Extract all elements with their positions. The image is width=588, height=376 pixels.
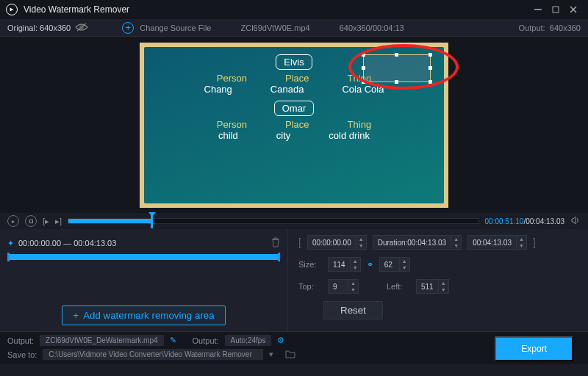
export-button[interactable]: Export <box>495 336 573 361</box>
video-preview[interactable]: Elvis Person Place Thing Chang Canada Co… <box>140 43 448 208</box>
original-info: Original: 640x360 <box>7 23 93 33</box>
original-dimensions: 640x360 <box>40 24 71 32</box>
mark-out-button[interactable]: ▸] <box>55 217 62 226</box>
playback-bar: ▸ [▸ ▸] 00:00:51.10/00:04:13.03 <box>0 213 588 229</box>
output-format-value[interactable]: Auto;24fps <box>225 335 272 346</box>
board-r2c3: cold drink <box>329 130 370 141</box>
board-r2c2: city <box>276 130 291 141</box>
width-stepper[interactable]: 114▲▼ <box>328 257 361 272</box>
edit-icon[interactable]: ✎ <box>170 336 176 345</box>
board-r1c1: Chang <box>204 84 232 95</box>
wand-icon[interactable]: ✦ <box>7 239 14 248</box>
titlebar: Video Watermark Remover <box>0 0 588 19</box>
playhead[interactable] <box>151 215 153 228</box>
output-file-label: Output: <box>7 336 34 345</box>
add-watermark-area-button[interactable]: + Add watermark removing area <box>62 306 225 325</box>
size-label: Size: <box>298 260 322 269</box>
settings-icon[interactable]: ⚙ <box>277 336 284 345</box>
board-r2c1: child <box>218 130 238 141</box>
output-format-label: Output: <box>193 336 219 345</box>
top-stepper[interactable]: 9▲▼ <box>328 279 359 294</box>
mark-in-button[interactable]: [▸ <box>43 217 49 226</box>
browse-folder-icon[interactable] <box>285 350 295 360</box>
eye-off-icon[interactable] <box>75 23 88 33</box>
close-button[interactable] <box>564 4 582 15</box>
preview-area: Elvis Person Place Thing Chang Canada Co… <box>0 37 588 213</box>
watermark-selection-box[interactable] <box>363 54 431 82</box>
video-frame: Elvis Person Place Thing Chang Canada Co… <box>144 47 444 203</box>
duration-stepper[interactable]: Duration:00:04:13.03▲▼ <box>373 235 462 250</box>
change-source-button[interactable]: + Change Source File <box>122 22 211 34</box>
saveto-path[interactable]: C:\Users\Vidmore Video Converter\Video W… <box>43 349 263 360</box>
bracket-right-icon[interactable]: ] <box>533 236 536 248</box>
plus-icon: + <box>122 22 134 34</box>
plus-icon: + <box>73 310 79 321</box>
start-time-stepper[interactable]: 00:00:00.00▲▼ <box>307 235 367 250</box>
footer-bar: Output: ZCl69dVtW0E_DeWatermark.mp4 ✎ Ou… <box>0 331 588 364</box>
minimize-button[interactable] <box>529 4 547 15</box>
app-logo-icon <box>6 4 18 15</box>
stop-button[interactable] <box>25 215 37 227</box>
board-h-person: Person <box>217 73 247 84</box>
header-bar: Original: 640x360 + Change Source File Z… <box>0 19 588 37</box>
timecode: 00:00:51.10/00:04:13.03 <box>485 217 564 225</box>
reset-button[interactable]: Reset <box>323 301 383 319</box>
left-stepper[interactable]: 511▲▼ <box>416 279 449 294</box>
top-label: Top: <box>298 282 322 291</box>
output-info: Output: 640x360 <box>519 24 581 32</box>
segment-bar[interactable] <box>7 254 280 260</box>
left-label: Left: <box>387 282 410 291</box>
play-button[interactable]: ▸ <box>7 215 19 227</box>
delete-segment-button[interactable] <box>271 237 280 249</box>
timeline-track[interactable] <box>68 218 478 224</box>
svg-rect-0 <box>534 9 542 10</box>
file-info-label: 640x360/00:04:13 <box>340 24 404 32</box>
board-name2: Omar <box>274 101 315 116</box>
saveto-label: Save to: <box>7 350 37 359</box>
board-r1c3: Cola Cola <box>342 84 384 95</box>
maximize-button[interactable] <box>547 4 564 15</box>
board-r1c2: Canada <box>270 84 304 95</box>
height-stepper[interactable]: 62▲▼ <box>379 257 410 272</box>
output-filename: ZCl69dVtW0E_DeWatermark.mp4 <box>40 335 163 346</box>
svg-rect-1 <box>553 7 559 12</box>
bracket-left-icon[interactable]: [ <box>298 236 301 248</box>
link-icon[interactable]: ⚭ <box>367 260 373 270</box>
app-title: Video Watermark Remover <box>24 4 529 15</box>
original-label: Original: <box>7 24 37 32</box>
segments-panel: ✦ 00:00:00.00 — 00:04:13.03 + Add waterm… <box>0 229 288 331</box>
volume-icon[interactable] <box>570 215 581 227</box>
end-time-stepper[interactable]: 00:04:13.03▲▼ <box>467 235 527 250</box>
params-panel: [ 00:00:00.00▲▼ Duration:00:04:13.03▲▼ 0… <box>288 229 588 331</box>
board-h-place: Place <box>285 73 309 84</box>
segment-range: 00:00:00.00 — 00:04:13.03 <box>18 239 116 247</box>
board-name1: Elvis <box>276 54 312 70</box>
open-folder-icon[interactable]: ▾ <box>269 350 273 359</box>
filename-label: ZCl69dVtW0E.mp4 <box>240 24 309 32</box>
